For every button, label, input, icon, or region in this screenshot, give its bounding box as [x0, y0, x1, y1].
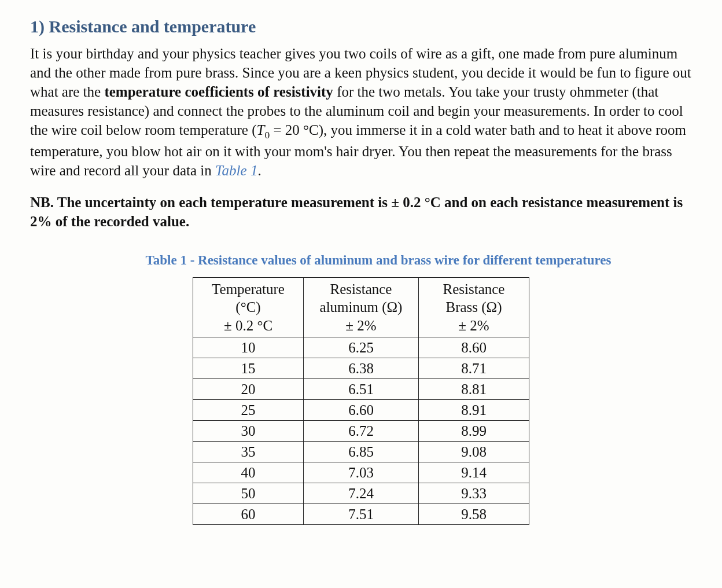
col-header-aluminum: Resistance aluminum (Ω) ± 2%	[304, 278, 419, 337]
document-page: 1) Resistance and temperature It is your…	[0, 0, 722, 588]
table-cell: 15	[193, 358, 304, 378]
table-ref-link: Table 1	[215, 163, 257, 178]
table-body: 106.258.60156.388.71206.518.81256.608.91…	[193, 337, 529, 524]
var-T-sub: 0	[264, 129, 270, 141]
table-cell: 7.51	[304, 504, 419, 524]
para-text: .	[257, 163, 261, 178]
table-cell: 9.58	[419, 504, 529, 524]
table-cell: 25	[193, 399, 304, 420]
table-cell: 50	[193, 483, 304, 504]
col-header-line: ± 2%	[307, 317, 415, 335]
table-row: 206.518.81	[193, 378, 529, 399]
table-cell: 8.99	[419, 420, 529, 441]
table-header-row: Temperature (°C) ± 0.2 °C Resistance alu…	[193, 278, 529, 337]
table-row: 156.388.71	[193, 358, 529, 378]
table-cell: 8.60	[419, 337, 529, 358]
col-header-line: ± 2%	[422, 317, 525, 335]
var-T: T	[257, 122, 265, 138]
table-cell: 7.24	[304, 483, 419, 504]
table-cell: 6.85	[304, 441, 419, 462]
col-header-line: aluminum (Ω)	[307, 298, 415, 316]
table-cell: 8.91	[419, 399, 529, 420]
col-header-brass: Resistance Brass (Ω) ± 2%	[419, 278, 529, 337]
col-header-line: ± 0.2 °C	[197, 317, 300, 335]
table-cell: 10	[193, 337, 304, 358]
table-cell: 6.60	[304, 399, 419, 420]
table-row: 356.859.08	[193, 441, 529, 462]
table-cell: 9.33	[419, 483, 529, 504]
table-row: 106.258.60	[193, 337, 529, 358]
col-header-temperature: Temperature (°C) ± 0.2 °C	[193, 278, 304, 337]
table-cell: 7.03	[304, 462, 419, 483]
table-cell: 6.51	[304, 378, 419, 399]
table-row: 607.519.58	[193, 504, 529, 524]
table-cell: 9.08	[419, 441, 529, 462]
table-container: Temperature (°C) ± 0.2 °C Resistance alu…	[30, 277, 692, 525]
table-cell: 35	[193, 441, 304, 462]
table-caption: Table 1 - Resistance values of aluminum …	[30, 252, 692, 269]
col-header-line: Brass (Ω)	[422, 298, 525, 316]
table-cell: 60	[193, 504, 304, 524]
table-row: 507.249.33	[193, 483, 529, 504]
col-header-line: Temperature	[197, 280, 300, 298]
section-heading: 1) Resistance and temperature	[30, 15, 692, 38]
col-header-line: Resistance	[422, 280, 525, 298]
table-cell: 6.25	[304, 337, 419, 358]
table-cell: 9.14	[419, 462, 529, 483]
table-row: 407.039.14	[193, 462, 529, 483]
bold-term: temperature coefficients of resistivity	[104, 84, 333, 100]
col-header-line: Resistance	[307, 280, 415, 298]
col-header-line: (°C)	[197, 298, 300, 316]
data-table: Temperature (°C) ± 0.2 °C Resistance alu…	[193, 277, 529, 525]
table-cell: 8.81	[419, 378, 529, 399]
table-cell: 20	[193, 378, 304, 399]
table-cell: 6.38	[304, 358, 419, 378]
nb-note: NB. The uncertainty on each temperature …	[30, 193, 692, 231]
table-cell: 8.71	[419, 358, 529, 378]
intro-paragraph: It is your birthday and your physics tea…	[30, 44, 692, 180]
table-cell: 6.72	[304, 420, 419, 441]
table-cell: 40	[193, 462, 304, 483]
table-row: 306.728.99	[193, 420, 529, 441]
table-row: 256.608.91	[193, 399, 529, 420]
table-cell: 30	[193, 420, 304, 441]
